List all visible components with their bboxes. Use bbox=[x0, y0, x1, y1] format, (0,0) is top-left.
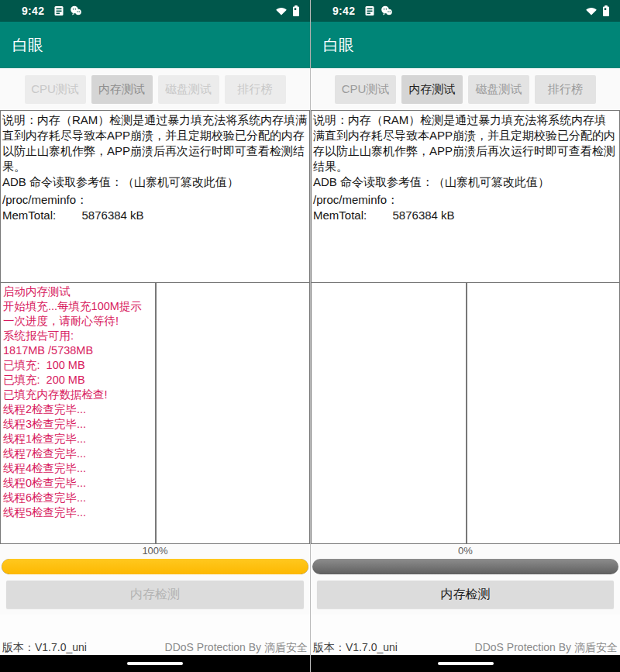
system-status-icons bbox=[585, 5, 610, 17]
system-status-icons bbox=[275, 5, 300, 17]
tab-memory-test[interactable]: 内存测试 bbox=[401, 75, 463, 104]
log-line: 启动内存测试 bbox=[3, 284, 153, 299]
log-line: 线程2检查完毕... bbox=[3, 402, 153, 417]
description-adb-line: ADB 命令读取参考值：（山寨机可篡改此值） bbox=[2, 174, 308, 190]
log-area bbox=[311, 283, 620, 544]
wifi-icon bbox=[585, 5, 598, 16]
description-intro: 说明：内存（RAM）检测是通过暴力填充法将系统内存填满直到内存耗尽导致本APP崩… bbox=[2, 112, 308, 174]
log-line: 已填充内存数据检查! bbox=[3, 388, 153, 402]
battery-icon bbox=[602, 5, 610, 17]
log-area: 启动内存测试开始填充...每填充100M提示一次进度，请耐心等待!系统报告可用:… bbox=[0, 283, 310, 544]
ddos-protection-label: DDoS Protection By 滴盾安全 bbox=[475, 642, 618, 655]
wechat-icon bbox=[70, 5, 82, 16]
app-title: 白眼 bbox=[323, 35, 354, 56]
status-bar: 9:42 bbox=[0, 0, 310, 22]
log-column-left bbox=[312, 283, 466, 543]
description-intro: 说明：内存（RAM）检测是通过暴力填充法将系统内存填满直到内存耗尽导致本APP崩… bbox=[313, 112, 618, 174]
log-line: 线程1检查完毕... bbox=[3, 432, 153, 446]
home-indicator[interactable] bbox=[438, 662, 494, 665]
log-line: 1817MB /5738MB bbox=[3, 343, 153, 358]
log-line: 线程5检查完毕... bbox=[3, 505, 153, 520]
log-line: 已填充: 200 MB bbox=[3, 373, 153, 388]
description-proc-line: /proc/meminfo： bbox=[313, 192, 618, 208]
app-bar: 白眼 bbox=[0, 22, 310, 68]
log-line: 线程6检查完毕... bbox=[3, 491, 153, 505]
tab-disk-test[interactable]: 磁盘测试 bbox=[468, 75, 529, 104]
notes-icon bbox=[364, 5, 375, 16]
log-column-right bbox=[155, 283, 309, 543]
tab-disk-test: 磁盘测试 bbox=[158, 75, 219, 104]
status-bar: 9:42 bbox=[311, 0, 620, 22]
log-column-right bbox=[466, 283, 620, 543]
progress-bar bbox=[312, 559, 618, 574]
spacer bbox=[311, 615, 620, 642]
log-line: 开始填充...每填充100M提示一次进度，请耐心等待! bbox=[3, 299, 153, 329]
description-memtotal-line: MemTotal: 5876384 kB bbox=[313, 208, 618, 223]
notification-icons bbox=[53, 5, 82, 16]
memory-test-button: 内存检测 bbox=[6, 581, 304, 608]
log-column-left: 启动内存测试开始填充...每填充100M提示一次进度，请耐心等待!系统报告可用:… bbox=[1, 283, 155, 543]
description-memtotal-line: MemTotal: 5876384 kB bbox=[2, 208, 308, 223]
log-line: 已填充: 100 MB bbox=[3, 358, 153, 373]
progress-bar bbox=[2, 559, 308, 574]
log-line: 系统报告可用: bbox=[3, 329, 153, 343]
status-time: 9:42 bbox=[22, 5, 44, 17]
wifi-icon bbox=[275, 5, 288, 16]
progress-percent-label: 100% bbox=[0, 544, 310, 557]
tab-memory-test: 内存测试 bbox=[91, 75, 153, 104]
description-adb-line: ADB 命令读取参考值：（山寨机可篡改此值） bbox=[313, 174, 618, 190]
android-nav-bar bbox=[311, 655, 620, 672]
description-box: 说明：内存（RAM）检测是通过暴力填充法将系统内存填满直到内存耗尽导致本APP崩… bbox=[311, 110, 620, 283]
phone-panel-right: 9:42 白眼 CPU测试 内存测试 磁盘测试 排行榜 说明：内存（RAM）检测… bbox=[310, 0, 620, 672]
tab-cpu-test[interactable]: CPU测试 bbox=[335, 75, 396, 104]
log-line: 线程0检查完毕... bbox=[3, 476, 153, 491]
footer: 版本：V1.7.0_uni DDoS Protection By 滴盾安全 bbox=[311, 642, 620, 655]
version-label: 版本：V1.7.0_uni bbox=[313, 642, 398, 655]
progress-fill bbox=[2, 559, 308, 574]
tab-cpu-test: CPU测试 bbox=[25, 75, 86, 104]
wechat-icon bbox=[381, 5, 393, 16]
status-time: 9:42 bbox=[332, 5, 355, 17]
phone-panel-left: 9:42 白眼 CPU测试 内存测试 磁盘测试 排行榜 说明：内存（RAM）检测… bbox=[0, 0, 310, 672]
log-line: 线程3检查完毕... bbox=[3, 417, 153, 432]
description-box: 说明：内存（RAM）检测是通过暴力填充法将系统内存填满直到内存耗尽导致本APP崩… bbox=[0, 110, 310, 283]
battery-icon bbox=[292, 5, 300, 17]
notification-icons bbox=[364, 5, 393, 16]
tab-leaderboard[interactable]: 排行榜 bbox=[535, 75, 596, 104]
tab-bar: CPU测试 内存测试 磁盘测试 排行榜 bbox=[0, 68, 310, 110]
memory-test-button[interactable]: 内存检测 bbox=[317, 581, 614, 608]
footer: 版本：V1.7.0_uni DDoS Protection By 滴盾安全 bbox=[0, 642, 310, 655]
progress-percent-label: 0% bbox=[311, 544, 620, 557]
spacer bbox=[0, 615, 310, 642]
log-line: 线程7检查完毕... bbox=[3, 446, 153, 461]
tab-bar: CPU测试 内存测试 磁盘测试 排行榜 bbox=[311, 68, 620, 110]
android-nav-bar bbox=[0, 655, 310, 672]
tab-leaderboard: 排行榜 bbox=[225, 75, 286, 104]
app-bar: 白眼 bbox=[311, 22, 620, 68]
version-label: 版本：V1.7.0_uni bbox=[2, 642, 87, 655]
app-title: 白眼 bbox=[12, 35, 43, 56]
notes-icon bbox=[53, 5, 64, 16]
ddos-protection-label: DDoS Protection By 滴盾安全 bbox=[165, 642, 308, 655]
log-line: 线程4检查完毕... bbox=[3, 461, 153, 476]
home-indicator[interactable] bbox=[127, 662, 183, 665]
description-proc-line: /proc/meminfo： bbox=[2, 192, 308, 208]
